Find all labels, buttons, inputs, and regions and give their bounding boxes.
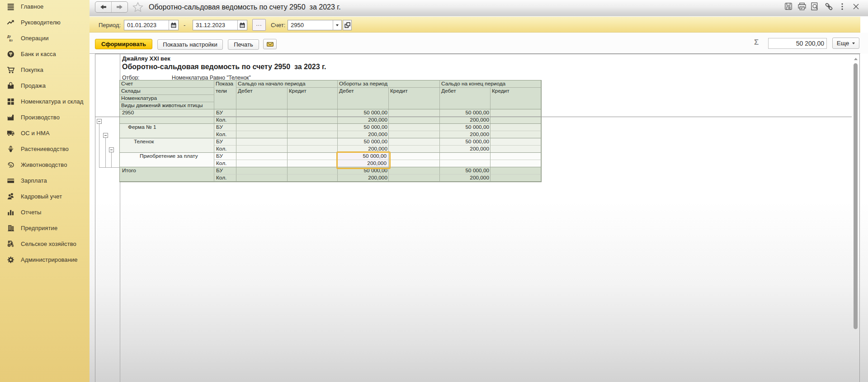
header-cell[interactable]: Сальдо на конец периода [440, 80, 541, 88]
value-cell[interactable]: 50 000,00 [338, 109, 389, 117]
value-cell[interactable]: 200,000 [338, 131, 389, 138]
more-actions-button[interactable]: Еще [832, 38, 859, 49]
value-cell[interactable] [389, 167, 440, 174]
value-cell[interactable] [389, 138, 440, 146]
indicator-cell[interactable]: Кол. [214, 117, 236, 124]
indicator-cell[interactable]: Кол. [214, 146, 236, 153]
sum-indicator-field[interactable]: 50 200,00 [768, 38, 827, 49]
sidebar-item-coin[interactable]: Банк и касса [0, 46, 90, 62]
back-button[interactable] [95, 2, 111, 12]
indicator-cell[interactable]: БУ [214, 109, 236, 117]
sidebar-item-chart[interactable]: Отчеты [0, 204, 90, 220]
value-cell[interactable] [236, 138, 288, 146]
sidebar-item-grid[interactable]: Номенклатура и склад [0, 94, 90, 109]
indicator-cell[interactable]: Кол. [214, 131, 236, 138]
value-cell[interactable]: 50 000,00 [440, 138, 491, 146]
value-cell[interactable] [491, 109, 541, 117]
value-cell[interactable] [389, 131, 440, 138]
header-cell[interactable]: Склады [120, 88, 214, 95]
indicator-cell[interactable]: БУ [214, 153, 236, 160]
value-cell[interactable]: 200,000 [440, 174, 491, 182]
sidebar-item-people[interactable]: Кадровый учет [0, 189, 90, 204]
header-cell[interactable]: Дебет [440, 88, 491, 109]
calendar-icon[interactable] [237, 20, 247, 30]
value-cell[interactable] [491, 124, 541, 131]
header-cell[interactable]: Кредит [389, 88, 440, 109]
sidebar-item-bag[interactable]: Продажа [0, 78, 90, 94]
value-cell[interactable] [288, 167, 338, 174]
scrollbar-up-arrow[interactable] [854, 58, 858, 60]
sidebar-item-factory[interactable]: Производство [0, 109, 90, 125]
value-cell[interactable] [236, 109, 288, 117]
header-cell[interactable]: Кредит [491, 88, 541, 109]
account-dropdown-arrow[interactable] [333, 20, 341, 30]
account-open-button[interactable] [343, 20, 352, 30]
value-cell[interactable]: 200,000 [440, 131, 491, 138]
indicator-cell[interactable]: БУ [214, 124, 236, 131]
header-cell[interactable]: Кредит [288, 88, 338, 109]
sidebar-item-cart[interactable]: Покупка [0, 62, 90, 78]
row-name-cell[interactable]: Приобретение за плату [120, 153, 214, 167]
header-cell[interactable]: Счет [120, 80, 214, 88]
row-name-cell[interactable]: Теленок [120, 138, 214, 153]
indicator-cell[interactable]: Кол. [214, 174, 236, 182]
period-variants-button[interactable]: ... [252, 19, 266, 31]
value-cell[interactable] [389, 109, 440, 117]
value-cell[interactable] [389, 117, 440, 124]
vertical-scrollbar-thumb[interactable] [854, 63, 858, 329]
close-button[interactable] [851, 2, 860, 11]
header-cell[interactable]: Виды движений животных птицы [120, 102, 214, 109]
value-cell[interactable] [236, 160, 288, 167]
favorite-star-icon[interactable] [132, 2, 143, 12]
header-cell[interactable]: Номенклатура [120, 95, 214, 102]
header-cell[interactable]: Дебет [236, 88, 288, 109]
sidebar-item-truck[interactable]: ОС и НМА [0, 125, 90, 141]
value-cell[interactable]: 200,000 [338, 117, 389, 124]
generate-button[interactable]: Сформировать [95, 39, 152, 49]
indicator-cell[interactable]: БУ [214, 167, 236, 174]
value-cell[interactable] [491, 146, 541, 153]
preview-button[interactable] [810, 2, 819, 11]
value-cell[interactable] [288, 153, 338, 160]
value-cell[interactable] [288, 117, 338, 124]
get-link-button[interactable] [824, 2, 833, 11]
sidebar-item-corn[interactable]: Растениеводство [0, 141, 90, 157]
value-cell[interactable] [389, 174, 440, 182]
value-cell[interactable] [491, 153, 541, 160]
header-cell[interactable]: Сальдо на начало периода [236, 80, 338, 88]
forward-button[interactable] [111, 2, 127, 12]
sidebar-item-tractor[interactable]: Сельское хозяйство [0, 236, 90, 252]
date-from-input[interactable]: 01.01.2023 [124, 20, 179, 30]
value-cell[interactable]: 50 000,00 [338, 124, 389, 131]
value-cell[interactable] [288, 146, 338, 153]
send-email-button[interactable] [263, 39, 277, 49]
header-cell[interactable]: Дебет [338, 88, 389, 109]
value-cell[interactable] [491, 160, 541, 167]
value-cell[interactable] [440, 153, 491, 160]
value-cell[interactable] [389, 153, 440, 160]
more-menu-button[interactable] [838, 2, 847, 11]
sidebar-item-animal[interactable]: Животноводство [0, 157, 90, 173]
value-cell[interactable] [491, 174, 541, 182]
date-to-input[interactable]: 31.12.2023 [193, 20, 247, 30]
row-name-cell[interactable]: Итого [120, 167, 214, 182]
print-report-button[interactable]: Печать [228, 39, 259, 50]
value-cell[interactable] [288, 131, 338, 138]
value-cell[interactable] [236, 131, 288, 138]
value-cell[interactable] [288, 174, 338, 182]
value-cell[interactable] [288, 138, 338, 146]
sidebar-item-building[interactable]: Предприятие [0, 220, 90, 236]
value-cell[interactable]: 200,000 [338, 174, 389, 182]
value-cell[interactable] [236, 167, 288, 174]
sidebar-item-menu[interactable]: Главное [0, 0, 90, 14]
save-button[interactable] [784, 2, 793, 11]
value-cell[interactable]: 200,000 [440, 117, 491, 124]
value-cell[interactable]: 50 000,00 [440, 109, 491, 117]
value-cell[interactable] [236, 174, 288, 182]
value-cell[interactable] [236, 117, 288, 124]
value-cell[interactable] [440, 160, 491, 167]
print-button[interactable] [797, 2, 807, 11]
sidebar-item-card[interactable]: Зарплата [0, 173, 90, 189]
value-cell[interactable]: 50 000,00 [440, 167, 491, 174]
value-cell[interactable] [491, 167, 541, 174]
